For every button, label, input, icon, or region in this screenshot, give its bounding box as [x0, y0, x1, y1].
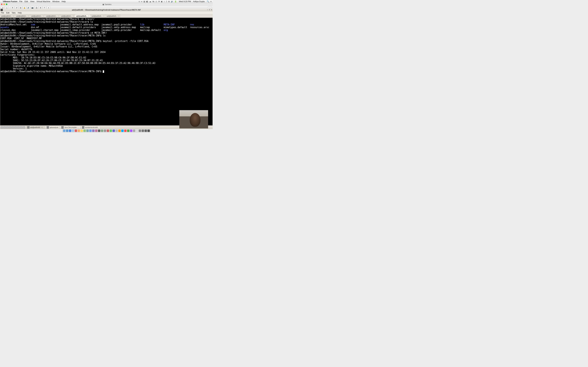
volume-icon[interactable]: 🔊	[171, 0, 173, 3]
taskbar-item[interactable]: Java Decompiler -...	[60, 126, 80, 129]
tab-close-icon[interactable]: ×	[118, 15, 119, 17]
terminal-tab[interactable]: adi@adi0x9...×	[30, 14, 45, 17]
tab-close-icon[interactable]: ×	[13, 15, 14, 17]
terminal-tab[interactable]: adi@adi0x9...×	[15, 14, 30, 17]
tab-close-icon[interactable]: ×	[43, 15, 44, 17]
menu-virtual-machine[interactable]: Virtual Machine	[37, 0, 50, 3]
minimize-icon[interactable]: −	[207, 9, 208, 11]
dock-app-icon[interactable]	[89, 130, 92, 132]
dock-app-icon[interactable]	[124, 130, 127, 132]
terminal-tab[interactable]: adi@adi0x9...×	[45, 14, 60, 17]
term-menu-tabs[interactable]: Tabs	[12, 12, 16, 14]
close-icon[interactable]: ×	[211, 9, 212, 11]
dock-app-icon[interactable]	[112, 130, 115, 132]
notification-center-icon[interactable]: ≡	[210, 0, 211, 3]
battery-icon[interactable]: 🔋	[174, 0, 177, 3]
dock-app-icon[interactable]	[118, 130, 121, 132]
launcher-icon[interactable]	[3, 126, 6, 129]
tab-close-icon[interactable]: ×	[28, 15, 29, 17]
dock-app-icon[interactable]	[98, 130, 100, 132]
status-icon[interactable]: ⟳	[158, 0, 160, 3]
dock-app-icon[interactable]	[95, 130, 97, 132]
dock-app-icon[interactable]	[147, 130, 150, 132]
launcher-icon[interactable]	[9, 126, 11, 129]
tab-close-icon[interactable]: ×	[88, 15, 89, 17]
launcher-icon[interactable]	[20, 126, 22, 129]
dock-app-icon[interactable]	[101, 130, 103, 132]
dock-app-icon[interactable]	[138, 130, 141, 132]
app-name[interactable]: VMware Fusion	[3, 0, 17, 3]
tab-close-icon[interactable]: ×	[73, 15, 74, 17]
maximize-icon[interactable]: +	[209, 9, 210, 11]
vm-window-title: ▣ Santoku	[103, 3, 112, 6]
dock-app-icon[interactable]	[130, 130, 132, 132]
terminal-tab[interactable]: adi@adi0x9...×	[75, 14, 90, 17]
launcher-icon[interactable]	[1, 126, 3, 129]
terminal-tab[interactable]: adi@adi0x9...×	[60, 14, 75, 17]
wifi-icon[interactable]: ⧉	[168, 0, 170, 3]
dock-app-icon[interactable]	[141, 130, 144, 132]
dock-app-icon[interactable]	[115, 130, 118, 132]
dock-app-icon[interactable]	[92, 130, 95, 132]
status-icon[interactable]: ↕	[164, 0, 165, 3]
status-icon[interactable]: ☁	[149, 0, 151, 3]
terminal-titlebar[interactable]: adi@adi0x90: ~/Downloads/training/Androi…	[0, 8, 213, 11]
dock-app-icon[interactable]	[110, 130, 112, 132]
menu-file[interactable]: File	[19, 0, 22, 3]
spotlight-icon[interactable]: 🔍	[207, 0, 209, 3]
term-menu-edit[interactable]: Edit	[6, 12, 9, 14]
status-icon[interactable]: ∞	[141, 0, 142, 3]
menu-edit[interactable]: Edit	[25, 0, 28, 3]
taskbar-item-label: apkanalysis	[50, 126, 58, 128]
minimize-window-button[interactable]	[3, 3, 5, 5]
launcher-icon[interactable]	[17, 126, 20, 129]
dock-app-icon[interactable]	[72, 130, 74, 132]
launcher-icon[interactable]	[14, 126, 17, 129]
status-icon[interactable]: ⎋	[139, 0, 140, 3]
menu-view[interactable]: View	[30, 0, 35, 3]
dock-app-icon[interactable]	[63, 130, 65, 132]
tab-close-icon[interactable]: ×	[58, 15, 59, 17]
dock-app-icon[interactable]	[78, 130, 80, 132]
dock-app-icon[interactable]	[127, 130, 130, 132]
launcher-icon[interactable]	[23, 126, 25, 129]
zoom-window-button[interactable]	[6, 3, 7, 5]
user-name[interactable]: Aditya Gupta	[193, 0, 205, 3]
term-menu-help[interactable]: Help	[18, 12, 22, 14]
dock-app-icon[interactable]	[144, 130, 147, 132]
bluetooth-icon[interactable]: ᛒ	[166, 0, 167, 3]
terminal-menubar: File Edit Tabs Help	[0, 11, 213, 14]
menu-help[interactable]: Help	[61, 0, 66, 3]
vm-title-text: Santoku	[105, 3, 112, 6]
status-icon[interactable]: ◧	[146, 0, 148, 3]
dock-app-icon[interactable]	[104, 130, 106, 132]
clock[interactable]: Wed 9:20 PM	[179, 0, 191, 3]
dock-app-icon[interactable]	[75, 130, 77, 132]
status-icon[interactable]: ▤	[144, 0, 145, 3]
tab-close-icon[interactable]: ×	[103, 15, 104, 17]
status-icon[interactable]: 🛍	[152, 0, 154, 3]
close-window-button[interactable]	[1, 3, 2, 5]
dock-app-icon[interactable]	[80, 130, 83, 132]
terminal-tab-label: adi@adi0x9...	[107, 15, 117, 17]
menu-window[interactable]: Window	[52, 0, 60, 3]
dock-app-icon[interactable]	[107, 130, 109, 132]
launcher-icon[interactable]	[6, 126, 9, 129]
dock-app-icon[interactable]	[83, 130, 86, 132]
dock-app-icon[interactable]	[86, 130, 89, 132]
terminal-tab[interactable]: adi@adi0x9...×	[0, 14, 15, 17]
status-icon[interactable]: ◐	[161, 0, 163, 3]
dock-app-icon[interactable]	[66, 130, 68, 132]
taskbar-item[interactable]: apkanalysis	[45, 126, 60, 129]
dock-app-icon[interactable]	[121, 130, 124, 132]
terminal-tab[interactable]: adi@adi0x9...×	[90, 14, 105, 17]
dock-app-icon[interactable]	[136, 130, 138, 132]
status-icon-warning[interactable]: ⚠	[156, 0, 157, 3]
terminal-tab[interactable]: adi@adi0x9...×	[105, 14, 120, 17]
taskbar-item[interactable]: wuntee/androidA...	[81, 126, 100, 129]
taskbar-item[interactable]: adi@adi0x90: ~/...	[26, 126, 45, 129]
launcher-icon[interactable]	[12, 126, 14, 129]
dock-app-icon[interactable]	[69, 130, 71, 132]
dock-app-icon[interactable]	[133, 130, 135, 132]
term-menu-file[interactable]: File	[1, 12, 4, 14]
